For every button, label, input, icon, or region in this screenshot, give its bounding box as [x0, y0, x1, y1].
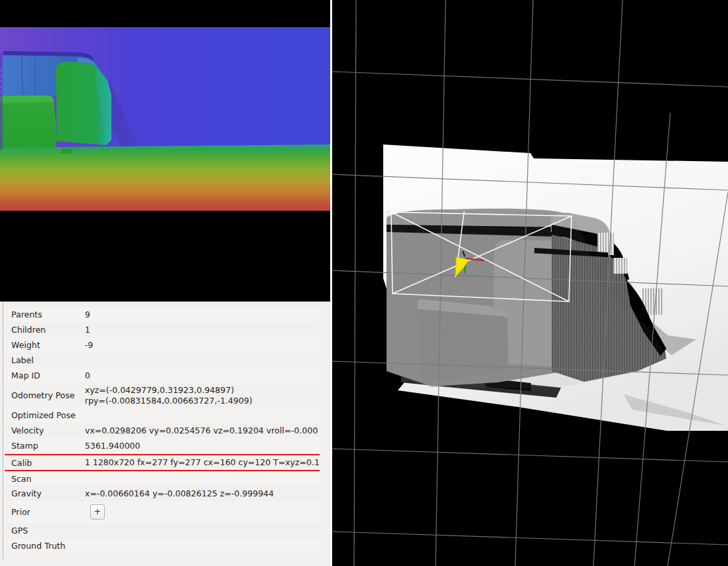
property-label: Children — [5, 325, 85, 335]
depth-colormap-image — [0, 27, 330, 211]
property-label: Label — [5, 355, 85, 365]
property-value: 5361.940000 — [85, 441, 320, 451]
property-row[interactable]: Gravityx=-0.00660164 y=-0.00826125 z=-0.… — [5, 486, 320, 501]
property-row[interactable]: Velocityvx=0.0298206 vy=0.0254576 vz=0.1… — [5, 423, 320, 438]
property-label: Stamp — [5, 441, 85, 451]
property-row[interactable]: Parents9 — [5, 307, 320, 322]
property-label: Scan — [5, 474, 85, 484]
property-row[interactable]: Odometry Posexyz=(-0.0429779,0.31923,0.9… — [5, 383, 320, 408]
property-row[interactable]: Optimized Pose — [5, 408, 320, 423]
left-panel: Parents9Children1Weight-9LabelMap ID0Odo… — [0, 0, 330, 566]
property-label: GPS — [5, 526, 85, 536]
map-3d-view[interactable] — [332, 0, 728, 566]
property-label: Ground Truth — [5, 541, 85, 551]
property-row[interactable]: Label — [5, 353, 320, 368]
property-value: 9 — [85, 310, 320, 320]
property-value: x=-0.00660164 y=-0.00826125 z=-0.999944 — [85, 488, 320, 499]
rtabmap-window: Parents9Children1Weight-9LabelMap ID0Odo… — [0, 0, 728, 566]
property-label: Weight — [5, 340, 85, 350]
property-label: Calib — [5, 458, 85, 468]
property-value: + — [85, 504, 320, 520]
property-row[interactable]: Calib1 1280x720 fx=277 fy=277 cx=160 cy=… — [5, 453, 320, 472]
properties-table[interactable]: Parents9Children1Weight-9LabelMap ID0Odo… — [5, 302, 320, 553]
property-label: Parents — [5, 310, 85, 319]
property-label: Odometry Pose — [5, 390, 85, 400]
property-label: Optimized Pose — [5, 410, 85, 420]
property-row[interactable]: Prior+ — [5, 501, 320, 523]
property-value: xyz=(-0.0429779,0.31923,0.94897)rpy=(-0.… — [85, 385, 320, 406]
property-label: Map ID — [5, 370, 85, 380]
property-label: Gravity — [5, 488, 85, 498]
node-properties-panel: Parents9Children1Weight-9LabelMap ID0Odo… — [0, 302, 330, 566]
property-row[interactable]: Stamp5361.940000 — [5, 438, 320, 453]
property-row[interactable]: Weight-9 — [5, 337, 320, 353]
property-label: Prior — [5, 507, 85, 517]
property-value: 1 1280x720 fx=277 fy=277 cx=160 cy=120 T… — [85, 457, 320, 468]
property-row[interactable]: Children1 — [5, 322, 320, 337]
panel-border — [3, 302, 3, 559]
property-value: vx=0.0298206 vy=0.0254576 vz=0.19204 vro… — [85, 425, 320, 436]
add-prior-button[interactable]: + — [90, 504, 105, 520]
property-value: 0 — [85, 370, 320, 381]
property-value: 1 — [85, 325, 320, 335]
property-row[interactable]: Scan — [5, 472, 320, 486]
property-row[interactable]: GPS — [5, 523, 320, 538]
property-label: Velocity — [5, 425, 85, 435]
property-row[interactable]: Map ID0 — [5, 368, 320, 383]
property-value: -9 — [85, 340, 320, 351]
property-row[interactable]: Ground Truth — [5, 538, 320, 553]
